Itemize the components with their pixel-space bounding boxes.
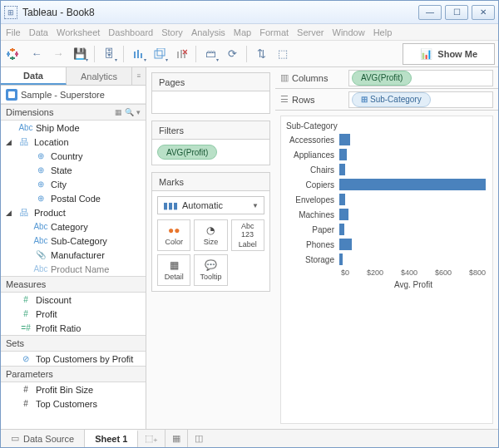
menu-map[interactable]: Map xyxy=(234,27,251,37)
showme-button[interactable]: 📊 Show Me xyxy=(403,43,495,65)
mark-color-button[interactable]: ●●Color xyxy=(157,219,190,251)
datasource-button[interactable]: 🗄 xyxy=(100,45,118,63)
bar[interactable] xyxy=(339,194,345,205)
field-postal[interactable]: ⊕Postal Code xyxy=(1,191,146,205)
bar[interactable] xyxy=(339,164,345,175)
new-dashboard-tab[interactable]: ▦ xyxy=(166,430,188,447)
filters-card[interactable]: Filters AVG(Profit) xyxy=(151,121,270,165)
parameters-label: Parameters xyxy=(6,369,53,379)
field-category[interactable]: AbcCategory xyxy=(1,219,146,234)
run-button[interactable]: ⟳ xyxy=(223,45,241,63)
bar[interactable] xyxy=(339,134,350,145)
datasource-row[interactable]: Sample - Superstore xyxy=(1,86,146,104)
field-location[interactable]: ◢品Location xyxy=(1,135,146,149)
chart-row[interactable]: Storage xyxy=(286,252,486,267)
mark-type-dropdown[interactable]: ▮▮▮ Automatic ▼ xyxy=(157,196,264,214)
viz-canvas[interactable]: Sub-Category AccessoriesAppliancesChairs… xyxy=(280,116,493,424)
filter-pill-avg-profit[interactable]: AVG(Profit) xyxy=(157,145,217,160)
chart-row[interactable]: Accessories xyxy=(286,132,486,147)
collapse-icon[interactable]: ◢ xyxy=(6,138,14,146)
menu-window[interactable]: Window xyxy=(333,27,365,37)
menu-analysis[interactable]: Analysis xyxy=(191,27,225,37)
param-profit-bin[interactable]: #Profit Bin Size xyxy=(1,382,146,396)
menu-file[interactable]: File xyxy=(6,27,21,37)
columns-content[interactable]: AVG(Profit) xyxy=(348,70,493,86)
filters-body[interactable]: AVG(Profit) xyxy=(152,140,269,165)
search-icon[interactable]: 🔍 xyxy=(125,108,134,116)
field-product-name[interactable]: AbcProduct Name xyxy=(1,262,146,276)
forward-button[interactable]: → xyxy=(49,45,67,63)
pages-card[interactable]: Pages xyxy=(151,72,270,114)
field-profit-ratio[interactable]: =#Profit Ratio xyxy=(1,321,146,335)
mark-label-button[interactable]: Abc123Label xyxy=(231,219,264,251)
bar[interactable] xyxy=(339,149,347,160)
bar[interactable] xyxy=(339,209,348,220)
chart-row[interactable]: Chairs xyxy=(286,162,486,177)
tab-sheet1[interactable]: Sheet 1 xyxy=(85,430,138,447)
field-discount[interactable]: #Discount xyxy=(1,293,146,307)
bar-icon: ▮▮▮ xyxy=(163,200,178,211)
rows-shelf[interactable]: ☰Rows ⊞Sub-Category xyxy=(275,89,498,111)
clear-button[interactable] xyxy=(172,45,190,63)
duplicate-button[interactable] xyxy=(151,45,169,63)
field-manufacturer[interactable]: 📎Manufacturer xyxy=(1,248,146,262)
maximize-button[interactable]: ☐ xyxy=(445,5,468,20)
rows-content[interactable]: ⊞Sub-Category xyxy=(348,91,493,108)
tab-datasource[interactable]: ▭Data Source xyxy=(1,430,85,447)
chart-row[interactable]: Copiers xyxy=(286,177,486,192)
mark-size-button[interactable]: ◔Size xyxy=(194,219,227,251)
menu-icon[interactable]: ▾ xyxy=(136,108,141,116)
menu-worksheet[interactable]: Worksheet xyxy=(57,27,100,37)
swap-button[interactable]: ⇅ xyxy=(252,45,270,63)
chart-row[interactable]: Appliances xyxy=(286,147,486,162)
bar[interactable] xyxy=(339,254,343,265)
menu-data[interactable]: Data xyxy=(29,27,48,37)
bar-area xyxy=(339,252,486,267)
back-button[interactable]: ← xyxy=(27,45,46,63)
menu-server[interactable]: Server xyxy=(297,27,324,37)
field-product[interactable]: ◢品Product xyxy=(1,205,146,219)
chart-row[interactable]: Envelopes xyxy=(286,192,486,207)
new-story-tab[interactable]: ◫ xyxy=(188,430,210,447)
mark-tooltip-button[interactable]: 💬Tooltip xyxy=(194,254,227,286)
sort-asc-button[interactable]: ⬚ xyxy=(274,45,292,63)
tab-data[interactable]: Data xyxy=(1,67,67,85)
tableau-logo-icon[interactable] xyxy=(4,46,21,62)
tab-analytics[interactable]: Analytics xyxy=(67,67,132,85)
save-button[interactable]: 💾 xyxy=(71,45,89,63)
bar[interactable] xyxy=(339,179,486,190)
tab-label: Sheet 1 xyxy=(95,434,127,444)
mark-detail-button[interactable]: ▦Detail xyxy=(157,254,190,286)
x-axis: $0$200$400$600$800 xyxy=(286,268,486,277)
menu-dashboard[interactable]: Dashboard xyxy=(108,27,153,37)
columns-shelf[interactable]: ▥Columns AVG(Profit) xyxy=(275,67,498,89)
close-button[interactable]: ✕ xyxy=(472,5,495,20)
menu-format[interactable]: Format xyxy=(259,27,289,37)
field-country[interactable]: ⊕Country xyxy=(1,149,146,163)
autoupdate-button[interactable]: 🗃 xyxy=(201,45,220,63)
chart-row[interactable]: Paper xyxy=(286,222,486,237)
field-subcategory[interactable]: AbcSub-Category xyxy=(1,234,146,248)
field-city[interactable]: ⊕City xyxy=(1,177,146,191)
menu-story[interactable]: Story xyxy=(161,27,183,37)
view-icon[interactable]: ▦ xyxy=(115,108,122,116)
columns-pill-avg-profit[interactable]: AVG(Profit) xyxy=(352,71,412,86)
chart-row[interactable]: Machines xyxy=(286,207,486,222)
rows-pill-subcategory[interactable]: ⊞Sub-Category xyxy=(352,92,431,107)
tab-dropdown[interactable]: ≡ xyxy=(132,67,146,85)
menu-help[interactable]: Help xyxy=(373,27,393,37)
bar[interactable] xyxy=(339,224,344,235)
param-top-customers[interactable]: #Top Customers xyxy=(1,396,146,411)
pages-body[interactable] xyxy=(152,91,269,113)
axis-ticks: $0$200$400$600$800 xyxy=(341,268,486,277)
field-top-customers-set[interactable]: ⊘Top Customers by Profit xyxy=(1,352,146,366)
chart-row[interactable]: Phones xyxy=(286,237,486,252)
collapse-icon[interactable]: ◢ xyxy=(6,209,14,217)
new-worksheet-tab[interactable]: ⬚₊ xyxy=(138,430,166,447)
bar[interactable] xyxy=(339,239,352,250)
new-worksheet-button[interactable] xyxy=(129,45,147,63)
field-state[interactable]: ⊕State xyxy=(1,163,146,177)
field-ship-mode[interactable]: AbcShip Mode xyxy=(1,121,146,135)
minimize-button[interactable]: — xyxy=(418,5,442,20)
field-profit[interactable]: #Profit xyxy=(1,307,146,321)
